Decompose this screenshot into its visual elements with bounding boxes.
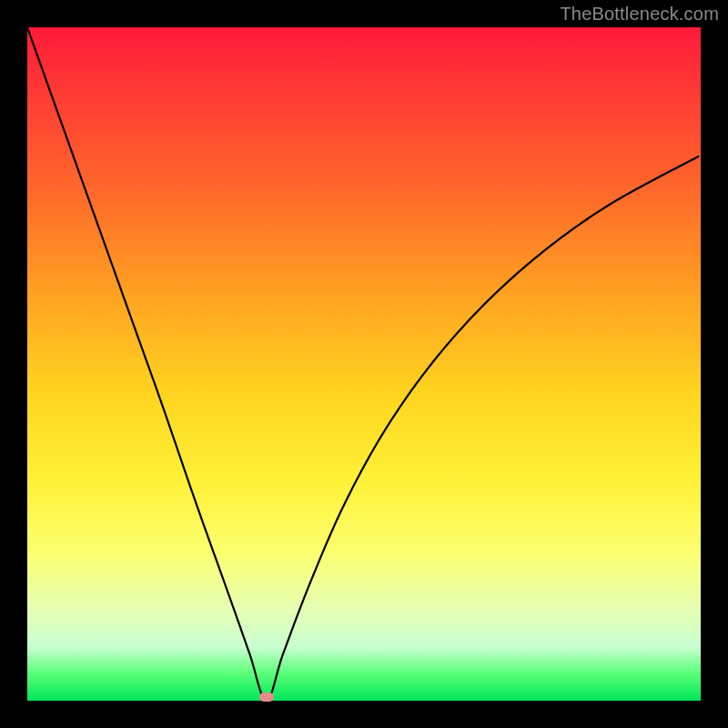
curve-svg [27, 27, 701, 701]
minimum-marker [259, 693, 274, 702]
plot-area [27, 27, 701, 701]
chart-frame: TheBottleneck.com [0, 0, 728, 728]
watermark-text: TheBottleneck.com [560, 4, 719, 25]
bottleneck-curve [27, 27, 698, 701]
